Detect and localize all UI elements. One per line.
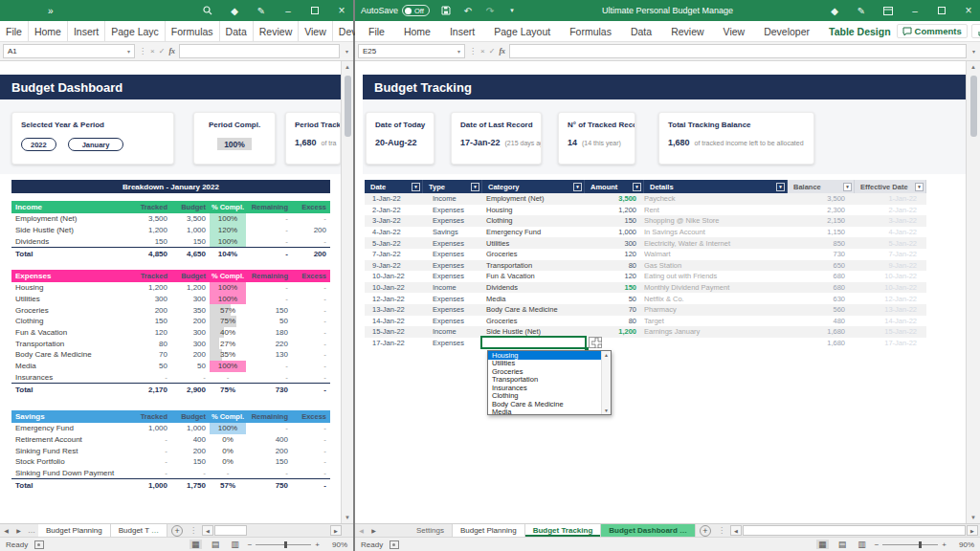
hscroll-track[interactable] bbox=[743, 525, 966, 536]
dropdown-item[interactable]: Transportation bbox=[488, 376, 601, 385]
cell-effective-date[interactable]: 5-Jan-22 bbox=[855, 237, 926, 249]
normal-view-icon[interactable]: ▦ bbox=[816, 540, 829, 549]
ribbon-tab-file[interactable]: File bbox=[363, 21, 390, 41]
cell-amount[interactable]: 50 bbox=[585, 293, 644, 304]
cell-category[interactable]: Dividends bbox=[482, 282, 585, 294]
filter-dropdown-icon[interactable]: ▾ bbox=[633, 183, 641, 191]
cell-balance[interactable]: 1,150 bbox=[788, 227, 855, 238]
cell-date[interactable]: 1-Jan-22 bbox=[365, 193, 423, 205]
zoom-level[interactable]: 90% bbox=[326, 540, 347, 549]
formula-bar-expand-icon[interactable]: ▾ bbox=[344, 48, 350, 55]
hscroll-right-icon[interactable]: ▶ bbox=[967, 525, 978, 536]
cell-effective-date[interactable]: 7-Jan-22 bbox=[855, 249, 926, 260]
cell-balance[interactable]: 480 bbox=[788, 316, 855, 327]
page-break-view-icon[interactable]: ▥ bbox=[229, 540, 241, 549]
cell-date[interactable]: 3-Jan-22 bbox=[365, 215, 423, 227]
gem-icon[interactable]: ◆ bbox=[829, 5, 840, 16]
year-pill-button[interactable]: 2022 bbox=[21, 138, 56, 151]
ribbon-tab-view[interactable]: View bbox=[718, 21, 751, 41]
ribbon-tab-formulas[interactable]: Formulas bbox=[564, 21, 617, 41]
cell-date[interactable]: 15-Jan-22 bbox=[365, 326, 423, 338]
ribbon-tab-formulas[interactable]: Formulas bbox=[166, 21, 220, 41]
ribbon-tab-insert[interactable]: Insert bbox=[68, 21, 105, 41]
cell-effective-date[interactable]: 17-Jan-22 bbox=[855, 338, 926, 349]
enter-icon[interactable]: ✓ bbox=[489, 47, 496, 55]
redo-icon[interactable]: ↷ bbox=[484, 5, 496, 16]
scroll-thumb[interactable] bbox=[970, 76, 977, 137]
cell-type[interactable]: Expenses bbox=[423, 293, 482, 304]
vertical-scrollbar[interactable]: ▲ ▼ bbox=[341, 61, 353, 523]
share-button[interactable]: Share bbox=[971, 24, 980, 38]
cell-type[interactable]: Expenses bbox=[423, 304, 482, 316]
minimize-button[interactable]: – bbox=[909, 5, 921, 16]
dropdown-item[interactable]: Utilities bbox=[488, 360, 601, 368]
cell-amount[interactable]: 120 bbox=[585, 249, 644, 260]
sheet-tab-settings[interactable]: Settings bbox=[409, 524, 453, 537]
sheet-tab-budget-dashboard[interactable]: Budget Dashboard… bbox=[601, 524, 696, 537]
cell-effective-date[interactable]: 15-Jan-22 bbox=[855, 326, 926, 338]
save-icon[interactable] bbox=[440, 5, 452, 16]
ribbon-tab-data[interactable]: Data bbox=[625, 21, 657, 41]
cell-date[interactable]: 12-Jan-22 bbox=[365, 293, 423, 304]
page-layout-view-icon[interactable]: ▤ bbox=[836, 540, 849, 549]
column-header-details[interactable]: Details▾ bbox=[644, 180, 788, 193]
sheet-tab-budget-planning[interactable]: Budget Planning bbox=[453, 524, 525, 537]
cell-effective-date[interactable]: 4-Jan-22 bbox=[855, 227, 926, 238]
cell-effective-date[interactable]: 12-Jan-22 bbox=[855, 293, 926, 304]
cell-category[interactable]: Body Care & Medicine bbox=[482, 304, 585, 316]
scroll-thumb[interactable] bbox=[345, 76, 351, 137]
dropdown-item[interactable]: Media bbox=[488, 408, 601, 415]
cell-effective-date[interactable]: 10-Jan-22 bbox=[855, 271, 926, 282]
cell-amount[interactable]: 80 bbox=[585, 316, 644, 327]
zoom-in-icon[interactable]: + bbox=[315, 540, 320, 549]
close-button[interactable]: × bbox=[336, 5, 347, 16]
formula-bar-expand-icon[interactable]: ▾ bbox=[970, 48, 977, 55]
cancel-icon[interactable]: × bbox=[480, 47, 485, 55]
cell-amount[interactable]: 1,200 bbox=[585, 326, 644, 338]
cell-date[interactable]: 14-Jan-22 bbox=[365, 316, 423, 327]
enter-icon[interactable]: ✓ bbox=[159, 47, 166, 55]
hscroll-left-icon[interactable]: ◀ bbox=[202, 525, 213, 536]
zoom-in-icon[interactable]: + bbox=[942, 540, 947, 549]
sort-filter-icon[interactable]: ▾ bbox=[412, 183, 420, 191]
qat-dropdown-icon[interactable]: ▾ bbox=[506, 5, 518, 16]
name-box[interactable]: A1 ▾ bbox=[3, 44, 135, 58]
cell-details[interactable] bbox=[644, 338, 788, 349]
name-box[interactable]: E25 ▾ bbox=[358, 44, 465, 58]
column-header-type[interactable]: Type▾ bbox=[423, 180, 482, 193]
cell-details[interactable]: Earnings January bbox=[644, 326, 788, 338]
cell-balance[interactable]: 1,680 bbox=[788, 338, 855, 349]
scroll-down-icon[interactable]: ▼ bbox=[970, 512, 976, 523]
zoom-out-icon[interactable]: − bbox=[248, 540, 253, 549]
cell-details[interactable]: Walmart bbox=[644, 249, 788, 260]
cell-date[interactable]: 5-Jan-22 bbox=[365, 237, 423, 249]
cell-balance[interactable]: 680 bbox=[788, 271, 855, 282]
tab-overflow-icon[interactable]: … bbox=[25, 524, 38, 537]
ribbon-tab-review[interactable]: Review bbox=[665, 21, 709, 41]
name-box-dropdown-icon[interactable]: ▾ bbox=[457, 48, 460, 55]
column-header-effective-date[interactable]: Effective Date▾ bbox=[855, 180, 926, 193]
scroll-down-icon[interactable]: ▼ bbox=[345, 512, 350, 523]
cell-amount[interactable]: 80 bbox=[585, 260, 644, 272]
sheet-tab-budget-t[interactable]: Budget T… bbox=[111, 524, 167, 537]
filter-dropdown-icon[interactable]: ▾ bbox=[471, 183, 479, 191]
cell-details[interactable]: In Savings Account bbox=[644, 227, 788, 238]
cell-type[interactable]: Expenses bbox=[423, 260, 482, 272]
ribbon-tab-page-layout[interactable]: Page Layout bbox=[488, 21, 556, 41]
column-header-date[interactable]: Date▾ bbox=[365, 180, 423, 193]
cell-details[interactable]: Netflix & Co. bbox=[644, 293, 788, 304]
formula-input[interactable] bbox=[509, 44, 967, 58]
cell-type[interactable]: Income bbox=[423, 326, 482, 338]
cell-balance[interactable]: 680 bbox=[788, 282, 855, 294]
cell-type[interactable]: Expenses bbox=[423, 338, 482, 349]
column-header-category[interactable]: Category▾ bbox=[482, 180, 585, 193]
dropdown-scroll-down-icon[interactable]: ▼ bbox=[604, 408, 609, 413]
search-icon[interactable] bbox=[202, 5, 213, 16]
cell-details[interactable]: Electricity, Water & Internet bbox=[644, 237, 788, 249]
page-layout-view-icon[interactable]: ▤ bbox=[210, 540, 222, 549]
ribbon-tab-page-layc[interactable]: Page Layc bbox=[105, 21, 166, 41]
data-validation-dropdown-button[interactable]: ▾ bbox=[589, 337, 602, 348]
cell-effective-date[interactable]: 10-Jan-22 bbox=[855, 282, 926, 294]
cell-date[interactable]: 10-Jan-22 bbox=[365, 282, 423, 294]
cell-category[interactable]: Clothing bbox=[482, 215, 585, 227]
